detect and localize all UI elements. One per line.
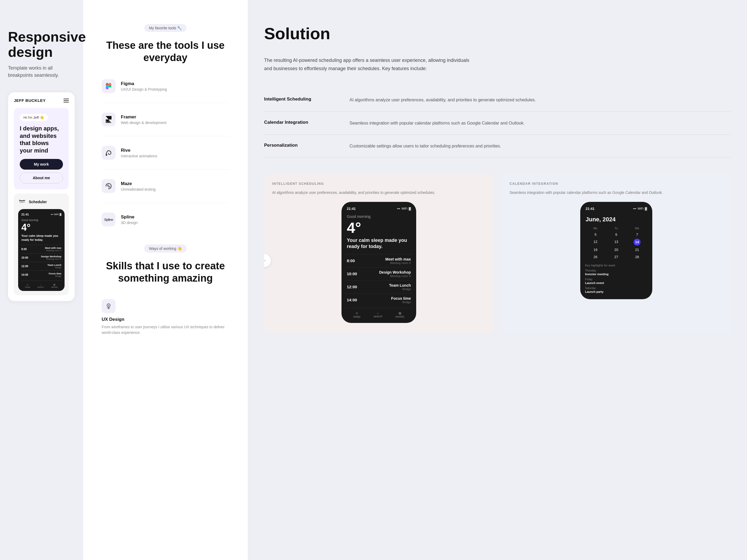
mini-schedule-list: 8:00 Meet with max Meeting room X 10:00 …	[21, 245, 61, 279]
tool-spline[interactable]: Spline Spline 3D design	[96, 208, 234, 231]
page-wrapper: Responsive design Template works in all …	[0, 0, 747, 560]
highlights-section: Key highlights for week Thursday Investo…	[584, 264, 648, 293]
mini-status-icons: ▪▪▪ WiFi ▓	[51, 213, 61, 216]
scheduler-icon	[18, 198, 26, 206]
ways-tag-wrap: Ways of working 👋 Skills that I use to c…	[96, 244, 234, 284]
big-nav-today[interactable]: ⊙today	[353, 312, 360, 318]
svg-point-5	[106, 154, 107, 156]
tool-rive-name: Rive	[121, 148, 157, 153]
big-nav-search[interactable]: ⌕search	[374, 312, 382, 318]
wifi-icon: WiFi	[402, 207, 407, 210]
showcase-label-calendar: CALENDAR INTEGRATION	[510, 182, 723, 186]
solution-title: Solution	[264, 24, 731, 43]
mini-schedule-item: 14:00 Focus time Bridge	[21, 270, 61, 279]
big-phone-status: 21:41 ▪▪▪ WiFi ▓	[345, 207, 412, 211]
middle-panel: My favorite tools 🔧 These are the tools …	[83, 0, 248, 560]
battery-icon: ▓	[409, 207, 411, 210]
big-status-icons: ▪▪▪ WiFi ▓	[397, 207, 411, 210]
signal-icon: ▪▪▪	[633, 207, 636, 210]
middle-content: My favorite tools 🔧 These are the tools …	[83, 0, 248, 362]
big-schedule-14: 14:00 Focus time Bridge	[345, 293, 412, 306]
scheduler-label: Scheduler	[29, 200, 47, 204]
mini-greeting: Good morning	[21, 219, 61, 221]
calendar-phone: 21:41 ▪▪▪ WiFi ▓ June, 2024 Mo Tu We	[580, 202, 652, 299]
feature-label-intelligent: Intelligent Scheduling	[264, 97, 334, 102]
cal-grid: Mo Tu We 5 6 7 12 13 14	[584, 227, 648, 260]
tool-maze-info: Maze Unmoderated testing	[121, 181, 156, 191]
greeting-pill: Hi I'm Jeff 👋	[20, 114, 48, 121]
feature-value-calendar: Seamless integration with popular calend…	[350, 120, 524, 127]
big-temp: 4°	[345, 220, 412, 235]
cal-today: 14	[634, 239, 641, 246]
hero-card: Hi I'm Jeff 👋 I design apps, and website…	[14, 108, 69, 189]
tool-rive-desc: Interactive animations	[121, 154, 157, 158]
tool-framer[interactable]: Framer Web design & development	[96, 108, 234, 131]
big-time: 21:41	[347, 207, 356, 211]
battery-icon: ▓	[645, 207, 647, 210]
nav-prev-arrow[interactable]: ←	[264, 254, 271, 267]
ways-tag-text: Ways of working 👋	[149, 246, 182, 251]
mini-schedule-item: 8:00 Meet with max Meeting room X	[21, 245, 61, 253]
scheduler-header: Scheduler	[18, 198, 65, 206]
big-msg: Your calm sleep made you ready for today…	[345, 237, 412, 250]
divider	[102, 203, 229, 203]
hero-heading: I design apps, and websites that blows y…	[20, 125, 63, 154]
feature-row-personalization: Personalization Customizable settings al…	[264, 135, 731, 158]
tool-figma[interactable]: Figma UX/UI Design & Prototyping	[96, 74, 234, 98]
tool-rive[interactable]: Rive Interactive animations	[96, 141, 234, 164]
nav-search[interactable]: ⌕ search	[37, 284, 44, 288]
big-bottom-nav: ⊙today ⌕search ▦weekly	[345, 308, 412, 319]
cal-week-1: 5 6 7	[585, 232, 647, 238]
feature-label-personalization: Personalization	[264, 143, 334, 148]
tool-maze-name: Maze	[121, 181, 156, 186]
cal-phone-status: 21:41 ▪▪▪ WiFi ▓	[584, 207, 648, 211]
my-work-button[interactable]: My work	[20, 159, 63, 169]
mini-schedule-item: 10:00 Design Workshop Meeting room X	[21, 253, 61, 262]
feature-value-intelligent: AI algorithms analyze user preferences, …	[350, 97, 536, 104]
nav-weekly[interactable]: ▦ weekly	[51, 284, 58, 288]
tools-tag: My favorite tools 🔧	[144, 24, 187, 32]
ways-title: Skills that I use to create something am…	[96, 260, 234, 284]
tool-framer-desc: Web design & development	[121, 121, 166, 125]
tools-tag-text: My favorite tools 🔧	[149, 26, 182, 30]
ux-design-desc: From wireframes to user journeys I utili…	[102, 324, 229, 336]
cal-status-icons: ▪▪▪ WiFi ▓	[633, 207, 647, 210]
tool-spline-info: Spline 3D design	[121, 214, 138, 225]
feature-row-calendar: Calendar Integration Seamless integratio…	[264, 112, 731, 135]
big-schedule-10: 10:00 Design Workshop Meeting room X	[345, 267, 412, 280]
tool-figma-info: Figma UX/UI Design & Prototyping	[121, 81, 167, 91]
spline-icon: Spline	[102, 213, 115, 226]
responsive-title: Responsive design	[8, 29, 75, 60]
svg-rect-3	[106, 84, 109, 88]
feature-row-intelligent: Intelligent Scheduling AI algorithms ana…	[264, 88, 731, 112]
highlight-friday: Friday Launch event	[585, 278, 647, 285]
about-me-button[interactable]: About me	[20, 172, 63, 184]
solution-desc: The resulting AI-powered scheduling app …	[264, 56, 472, 73]
menu-icon[interactable]	[63, 99, 69, 102]
cal-week-4: 26 27 28	[585, 254, 647, 260]
big-schedule-12: 12:00 Team Lunch Bridge	[345, 280, 412, 293]
wifi-icon: WiFi	[54, 213, 59, 216]
responsive-subtitle: Template works in all breakpoints seamle…	[8, 64, 75, 79]
feature-value-personalization: Customizable settings allow users to tai…	[350, 143, 501, 150]
cal-week-2: 12 13 14	[585, 239, 647, 246]
tool-rive-info: Rive Interactive animations	[121, 148, 157, 158]
left-panel: Responsive design Template works in all …	[0, 0, 83, 560]
tools-title: These are the tools I use everyday	[96, 39, 234, 64]
framer-icon	[102, 112, 115, 126]
highlight-saturday: Saturday Launch party	[585, 287, 647, 293]
big-nav-weekly[interactable]: ▦weekly	[395, 312, 405, 318]
battery-icon: ▓	[59, 213, 61, 216]
showcase-calendar: CALENDAR INTEGRATION Seamless integratio…	[501, 174, 731, 334]
nav-today[interactable]: ⊙ today	[25, 284, 30, 288]
user-name-label: JEFF BUCKLEY	[14, 98, 46, 103]
ux-skill-item: UX Design From wireframes to user journe…	[96, 294, 234, 341]
highlights-title: Key highlights for week	[585, 264, 647, 267]
mini-schedule-item: 12:00 Team Lunch Bridge	[21, 262, 61, 270]
big-greeting: Good morning	[345, 214, 412, 219]
feature-label-calendar: Calendar Integration	[264, 120, 334, 125]
ways-tag: Ways of working 👋	[144, 244, 186, 252]
divider	[102, 136, 229, 136]
tool-maze[interactable]: Maze Unmoderated testing	[96, 175, 234, 198]
showcase-desc-intelligent: AI algorithms analyze user preferences, …	[272, 190, 486, 195]
